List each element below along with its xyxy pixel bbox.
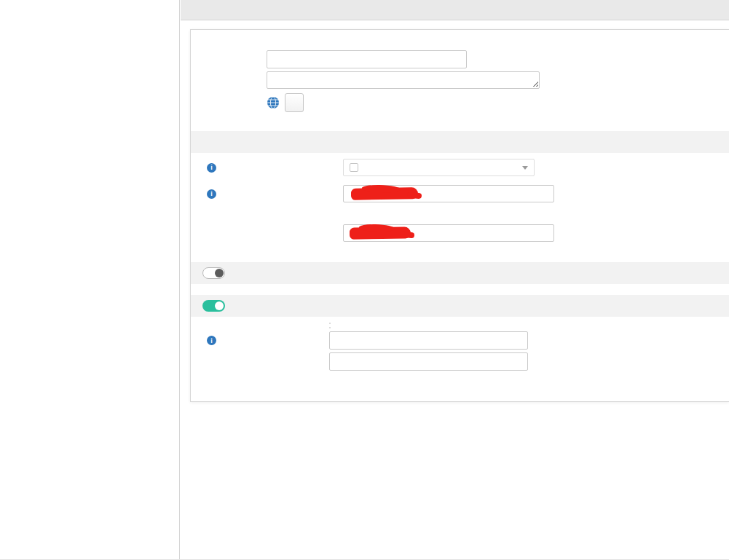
comments-input[interactable] <box>267 71 540 89</box>
globe-color-icon <box>267 96 280 109</box>
map-to-ipv4-port-input[interactable] <box>329 352 528 371</box>
color-change-button[interactable] <box>285 93 304 112</box>
mapped-ipv4-input[interactable] <box>343 224 554 242</box>
network-section-header <box>191 131 729 153</box>
interface-dropdown[interactable] <box>343 159 535 176</box>
edit-virtual-ip-form <box>190 29 729 402</box>
port-forwarding-toggle[interactable] <box>202 300 225 312</box>
optional-filters-section-header <box>191 262 729 284</box>
main-content <box>181 0 729 559</box>
sidebar <box>0 0 180 559</box>
info-icon <box>207 189 216 199</box>
optional-filters-toggle[interactable] <box>202 267 225 279</box>
name-input[interactable] <box>267 50 467 68</box>
external-ip-input[interactable] <box>343 185 554 202</box>
redaction-scribble <box>351 187 418 200</box>
protocol-segmented-control <box>329 323 331 324</box>
redaction-scribble <box>350 226 411 239</box>
dropdown-caret-icon <box>522 166 528 170</box>
port-forwarding-section-header <box>191 295 729 317</box>
external-service-port-input[interactable] <box>329 331 528 350</box>
page-header <box>181 0 729 20</box>
port-mapping-type-segmented-control <box>329 327 331 328</box>
app-root <box>0 0 729 560</box>
info-icon <box>207 163 216 173</box>
info-icon <box>207 336 216 345</box>
checkbox-icon <box>350 163 358 172</box>
